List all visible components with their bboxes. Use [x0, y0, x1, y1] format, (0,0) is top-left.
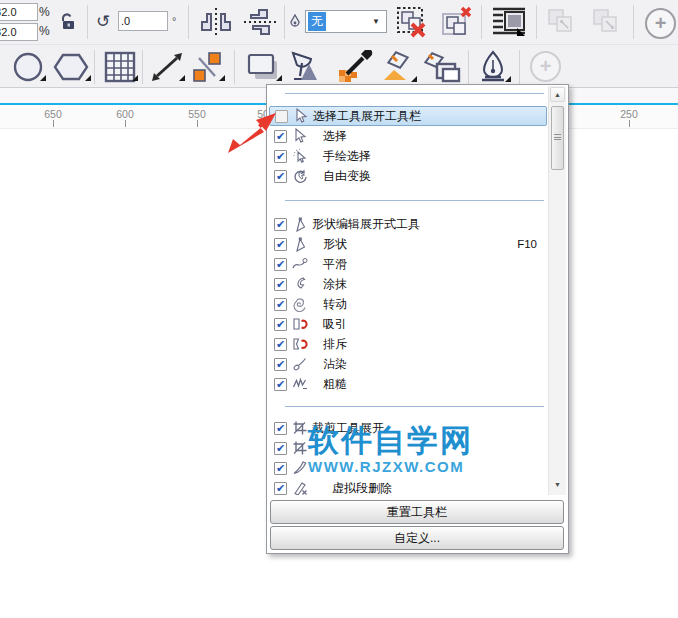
checkbox-checked[interactable]: ✔ — [274, 482, 287, 495]
delete-shape-icon[interactable] — [437, 5, 475, 39]
menu-item-排斥[interactable]: ✔排斥 — [269, 334, 547, 354]
menu-item-label: 裁剪工具展开 — [312, 420, 384, 437]
ungroup-disabled-icon — [589, 6, 623, 38]
shape-edit-icon — [292, 216, 308, 232]
checkbox-checked[interactable]: ✔ — [274, 378, 287, 391]
checkbox-checked[interactable]: ✔ — [274, 442, 287, 455]
outline-width-combobox[interactable]: 无 ▼ — [305, 10, 387, 33]
checkbox-checked[interactable]: ✔ — [274, 422, 287, 435]
ruler-label: 550 — [177, 108, 217, 120]
scroll-down-icon[interactable]: ▼ — [550, 477, 565, 492]
checkbox-checked[interactable]: ✔ — [274, 462, 287, 475]
menu-item-虚拟段删除[interactable]: ✔虚拟段删除 — [269, 478, 547, 495]
menu-item-label: 粗糙 — [323, 376, 347, 393]
add-toolbar-button-disabled-icon: + — [530, 51, 561, 82]
menu-item-平滑[interactable]: ✔平滑 — [269, 254, 547, 274]
menu-separator — [285, 93, 544, 94]
checkbox-checked[interactable]: ✔ — [274, 338, 287, 351]
menu-item[interactable]: ✔ — [269, 458, 547, 478]
checkbox-checked[interactable]: ✔ — [274, 358, 287, 371]
freehand-pick-icon — [292, 148, 308, 164]
checkbox-checked[interactable]: ✔ — [274, 278, 287, 291]
menu-separator — [285, 200, 544, 201]
menu-item-选择工具展开工具栏[interactable]: 选择工具展开工具栏 — [269, 106, 547, 126]
checkbox-checked[interactable]: ✔ — [274, 170, 287, 183]
lock-ratio-icon[interactable] — [58, 8, 78, 36]
polygon-tool-icon[interactable] — [50, 50, 92, 83]
menu-list: 选择工具展开工具栏✔选择✔手绘选择✔自由变换✔形状编辑展开式工具✔形状F10✔平… — [268, 85, 548, 495]
ellipse-tool-icon[interactable] — [9, 50, 47, 83]
menu-item-label: 选择工具展开工具栏 — [313, 108, 421, 125]
undo-rotate-icon[interactable]: ↺ — [92, 8, 114, 34]
menu-item-手绘选择[interactable]: ✔手绘选择 — [269, 146, 547, 166]
smart-fill-tool-icon[interactable] — [420, 49, 462, 84]
scale-x-input[interactable] — [0, 3, 38, 21]
repel-icon — [292, 336, 308, 352]
degree-label: ° — [172, 15, 176, 27]
pen-tool-icon[interactable] — [474, 49, 512, 84]
free-transform-icon — [292, 168, 308, 184]
checkbox-checked[interactable]: ✔ — [274, 150, 287, 163]
shape-icon — [292, 236, 308, 252]
checkbox-checked[interactable]: ✔ — [274, 318, 287, 331]
connector-tool-icon[interactable] — [188, 50, 226, 83]
shortcut-label: F10 — [517, 238, 537, 250]
order-icon[interactable] — [489, 5, 529, 39]
percent-label-x: % — [39, 5, 50, 19]
knife-icon — [292, 460, 308, 476]
chevron-down-icon[interactable]: ▼ — [372, 17, 380, 26]
menu-item-形状[interactable]: ✔形状F10 — [269, 234, 547, 254]
checkbox-checked[interactable]: ✔ — [274, 238, 287, 251]
menu-item-label: 平滑 — [323, 256, 347, 273]
menu-scrollbar[interactable]: ▲ ▼ — [548, 86, 566, 495]
checkbox-checked[interactable]: ✔ — [274, 130, 287, 143]
menu-item-label: 选择 — [323, 128, 347, 145]
fill-tool-icon[interactable] — [378, 49, 418, 84]
dimension-tool-icon[interactable] — [148, 50, 186, 83]
menu-item-涂抹[interactable]: ✔涂抹 — [269, 274, 547, 294]
scale-y-input[interactable] — [0, 23, 38, 41]
property-bar: % % ↺ ° 无 ▼ + — [0, 0, 678, 45]
scrollbar-thumb[interactable] — [551, 106, 564, 170]
pick-cursor-icon — [293, 108, 309, 124]
pick-cursor-icon — [292, 128, 308, 144]
outline-pen-mini-icon — [288, 13, 302, 31]
menu-item-label: 吸引 — [323, 316, 347, 333]
rotation-angle-input[interactable] — [118, 11, 168, 31]
customize-button[interactable]: 自定义... — [270, 526, 564, 550]
eyedropper-tool-icon[interactable] — [336, 49, 376, 84]
clear-transform-icon[interactable] — [394, 5, 432, 39]
checkbox-checked[interactable]: ✔ — [274, 258, 287, 271]
reset-toolbar-button[interactable]: 重置工具栏 — [270, 500, 564, 524]
menu-item-裁剪工具展开[interactable]: ✔裁剪工具展开 — [269, 418, 547, 438]
transparency-tool-icon[interactable] — [286, 49, 324, 84]
smear-icon — [292, 356, 308, 372]
mirror-horizontal-icon[interactable] — [197, 6, 235, 38]
add-toolbar-button-icon[interactable]: + — [645, 8, 676, 39]
menu-item-粗糙[interactable]: ✔粗糙 — [269, 374, 547, 394]
menu-item-吸引[interactable]: ✔吸引 — [269, 314, 547, 334]
ruler-label: 250 — [609, 108, 649, 120]
smooth-icon — [292, 256, 308, 272]
table-tool-icon[interactable] — [101, 50, 139, 83]
checkbox-unchecked[interactable] — [275, 110, 288, 123]
menu-item-label: 自由变换 — [323, 168, 371, 185]
crop-expand-icon — [292, 420, 308, 436]
menu-item[interactable]: ✔ — [269, 438, 547, 458]
checkbox-checked[interactable]: ✔ — [274, 218, 287, 231]
mirror-vertical-icon[interactable] — [241, 6, 279, 38]
menu-item-label: 沾染 — [323, 356, 347, 373]
menu-item-形状编辑展开式工具[interactable]: ✔形状编辑展开式工具 — [269, 214, 547, 234]
toolbox-bar: + — [0, 45, 678, 88]
menu-item-沾染[interactable]: ✔沾染 — [269, 354, 547, 374]
menu-item-选择[interactable]: ✔选择 — [269, 126, 547, 146]
crop-icon — [292, 440, 308, 456]
scroll-up-icon[interactable]: ▲ — [550, 87, 565, 102]
menu-item-自由变换[interactable]: ✔自由变换 — [269, 166, 547, 186]
menu-item-label: 涂抹 — [323, 276, 347, 293]
menu-item-转动[interactable]: ✔转动 — [269, 294, 547, 314]
checkbox-checked[interactable]: ✔ — [274, 298, 287, 311]
menu-item-label: 排斥 — [323, 336, 347, 353]
menu-separator — [285, 406, 544, 407]
drop-shadow-tool-icon[interactable] — [243, 50, 283, 83]
